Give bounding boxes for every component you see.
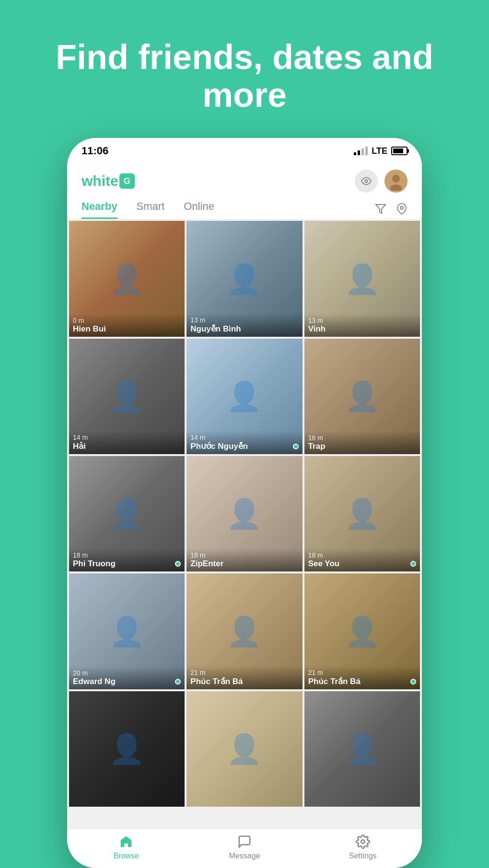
- grid-item-distance: 18 m: [190, 551, 298, 559]
- grid-item[interactable]: 👤18 mZipEnter: [186, 456, 302, 571]
- grid-item-info: 18 mZipEnter: [186, 548, 302, 571]
- svg-point-2: [392, 175, 400, 183]
- grid-item-info: 21 mPhúc Trần Bá: [186, 666, 302, 689]
- tab-smart[interactable]: Smart: [137, 200, 165, 219]
- grid-item-info: 13 mVinh: [304, 314, 420, 337]
- hero-title: Find friends, dates and more: [0, 38, 489, 114]
- grid-item-name: Phước Nguyễn: [190, 441, 298, 451]
- logo-icon: G: [119, 173, 135, 189]
- grid-item-info: 16 mTrap: [304, 431, 420, 454]
- nav-message-label: Message: [229, 852, 260, 860]
- home-icon: [119, 834, 133, 849]
- grid-item-distance: 18 m: [308, 551, 416, 559]
- grid-item-info: 13 mNguyễn Bình: [186, 313, 302, 337]
- status-bar: 11:06 LTE: [67, 138, 422, 162]
- grid-item[interactable]: 👤14 mHải: [69, 339, 185, 454]
- nav-message[interactable]: Message: [221, 834, 268, 860]
- grid-item[interactable]: 👤13 mVinh: [304, 221, 420, 336]
- online-indicator: [293, 444, 299, 449]
- svg-point-6: [361, 840, 365, 844]
- grid-item[interactable]: 👤16 mTrap: [304, 339, 420, 454]
- avatar-image: [386, 171, 406, 191]
- grid-item-name: Phi Truong: [73, 559, 181, 569]
- logo: white G: [82, 173, 135, 189]
- grid-item-info: 20 mEdward Ng: [69, 666, 185, 689]
- grid-item-name: Phúc Trần Bá: [308, 676, 416, 686]
- grid-item-name: Phúc Trần Bá: [190, 676, 298, 686]
- status-time: 11:06: [82, 145, 108, 157]
- tabs: Nearby Smart Online: [67, 193, 422, 219]
- grid-item-name: Vinh: [308, 324, 416, 334]
- grid-item[interactable]: 👤0 mHien Bui: [69, 221, 185, 336]
- nav-settings[interactable]: Settings: [339, 834, 387, 860]
- signal-bars: [354, 147, 368, 155]
- online-indicator: [410, 679, 416, 685]
- signal-bar-1: [354, 152, 356, 155]
- grid-item-distance: 21 m: [308, 669, 416, 676]
- grid-item-name: Hải: [73, 441, 181, 451]
- nav-browse-label: Browse: [114, 852, 139, 860]
- logo-letter: G: [124, 176, 130, 186]
- grid-item[interactable]: 👤: [304, 691, 420, 807]
- grid-item-distance: 0 m: [73, 317, 181, 324]
- online-indicator: [175, 679, 181, 685]
- filter-icon: [375, 203, 386, 215]
- grid-item-distance: 14 m: [190, 434, 298, 441]
- grid-item-info: 18 mPhi Truong: [69, 548, 185, 571]
- grid-item-distance: 14 m: [73, 434, 181, 441]
- grid-item[interactable]: 👤13 mNguyễn Bình: [186, 221, 302, 336]
- avatar-button[interactable]: [384, 170, 408, 193]
- grid-item-info: 0 mHien Bui: [69, 314, 185, 337]
- profile-silhouette: 👤: [304, 691, 420, 807]
- logo-text: white: [82, 173, 118, 189]
- grid-item[interactable]: 👤21 mPhúc Trần Bá: [186, 573, 302, 689]
- grid-item[interactable]: 👤18 mPhi Truong: [69, 456, 185, 571]
- phone-mockup: 11:06 LTE white G: [67, 138, 422, 868]
- grid-item[interactable]: 👤20 mEdward Ng: [69, 573, 185, 689]
- profiles-grid-container: 👤0 mHien Bui👤13 mNguyễn Bình👤13 mVinh👤14…: [67, 219, 422, 828]
- grid-item-distance: 13 m: [190, 316, 298, 324]
- grid-item-distance: 21 m: [190, 669, 298, 676]
- signal-bar-3: [361, 148, 364, 155]
- grid-item-name: Edward Ng: [73, 677, 181, 686]
- tab-online[interactable]: Online: [184, 200, 214, 219]
- grid-item-name: Hien Bui: [73, 324, 181, 334]
- app-header: white G: [67, 162, 422, 193]
- tab-nearby[interactable]: Nearby: [82, 200, 117, 219]
- grid-item[interactable]: 👤14 mPhước Nguyễn: [186, 339, 302, 454]
- grid-item-distance: 18 m: [73, 551, 181, 559]
- eye-button[interactable]: [355, 170, 378, 193]
- grid-item-distance: 20 m: [73, 669, 181, 677]
- location-icon: [396, 203, 408, 215]
- grid-item-info: 18 mSee You: [304, 548, 420, 571]
- location-button[interactable]: [396, 203, 408, 217]
- grid-item[interactable]: 👤: [186, 691, 302, 807]
- grid-item[interactable]: 👤: [69, 691, 185, 807]
- signal-bar-4: [365, 147, 368, 155]
- grid-item-name: See You: [308, 559, 416, 569]
- svg-marker-4: [376, 205, 385, 213]
- profile-silhouette: 👤: [186, 691, 302, 807]
- battery-fill: [393, 148, 403, 153]
- svg-point-0: [365, 180, 368, 183]
- grid-item-distance: 13 m: [308, 317, 416, 324]
- grid-item-info: 21 mPhúc Trần Bá: [304, 666, 420, 689]
- nav-settings-label: Settings: [349, 852, 377, 860]
- filter-button[interactable]: [375, 203, 386, 217]
- svg-point-5: [400, 206, 403, 209]
- grid-item[interactable]: 👤18 mSee You: [304, 456, 420, 571]
- message-icon: [237, 834, 252, 849]
- tabs-left: Nearby Smart Online: [82, 200, 214, 219]
- grid-item-info: 14 mHải: [69, 431, 185, 454]
- grid-item-info: 14 mPhước Nguyễn: [186, 431, 302, 454]
- nav-browse[interactable]: Browse: [102, 834, 150, 860]
- tabs-actions: [375, 203, 408, 217]
- signal-bar-2: [358, 150, 360, 155]
- bottom-nav: Browse Message Settings: [67, 828, 422, 868]
- grid-item[interactable]: 👤21 mPhúc Trần Bá: [304, 573, 420, 689]
- settings-icon: [356, 834, 370, 849]
- grid-item-name: Nguyễn Bình: [190, 324, 298, 334]
- grid-item-distance: 16 m: [308, 434, 416, 442]
- lte-label: LTE: [372, 146, 387, 156]
- status-right: LTE: [354, 146, 408, 156]
